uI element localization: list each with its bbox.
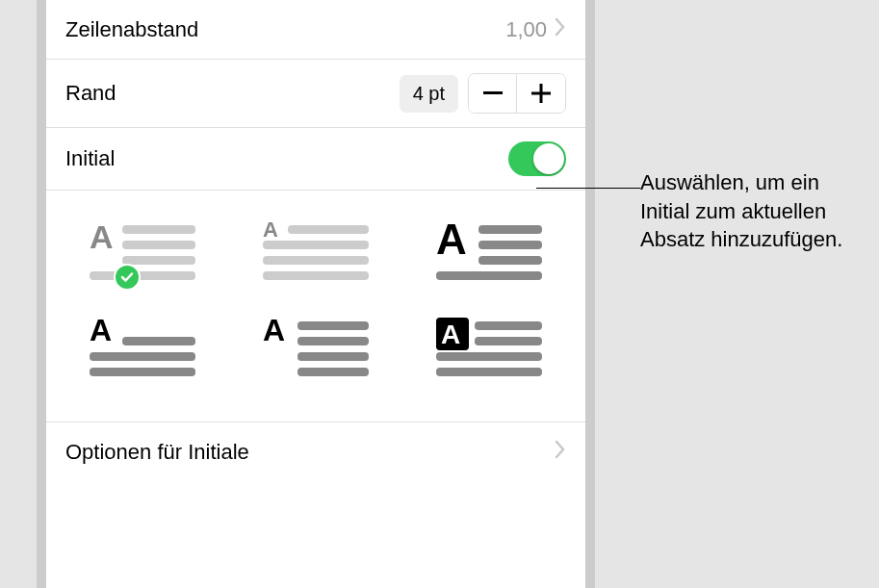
margin-increase-button[interactable]: [517, 74, 565, 113]
line-spacing-row[interactable]: Zeilenabstand 1,00: [46, 0, 585, 60]
svg-rect-26: [297, 368, 369, 376]
svg-rect-32: [436, 368, 542, 376]
dropcap-style-5[interactable]: A: [248, 316, 383, 383]
svg-rect-10: [263, 241, 369, 249]
margin-stepper: [468, 73, 566, 114]
svg-rect-5: [122, 241, 195, 249]
minus-icon: [483, 91, 503, 95]
svg-rect-25: [297, 352, 369, 361]
svg-rect-4: [122, 225, 195, 234]
line-spacing-value-group: 1,00: [505, 17, 566, 42]
callout-text: Auswählen, um ein Initial zum aktuellen …: [640, 168, 862, 254]
svg-rect-16: [478, 256, 542, 265]
margin-row: Rand 4 pt: [46, 60, 585, 128]
svg-rect-9: [288, 225, 369, 234]
dropcap-options-row[interactable]: Optionen für Initiale: [46, 422, 585, 482]
svg-rect-17: [436, 271, 542, 280]
svg-rect-12: [263, 271, 369, 280]
format-panel: Zeilenabstand 1,00 Rand 4 pt: [46, 0, 585, 588]
svg-text:A: A: [441, 320, 460, 349]
dropcap-styles-grid: A A: [46, 191, 585, 422]
dropcap-style-1[interactable]: A: [75, 219, 210, 287]
svg-rect-19: [122, 337, 195, 345]
svg-rect-29: [475, 321, 542, 330]
svg-rect-31: [436, 352, 542, 361]
svg-rect-0: [483, 91, 503, 94]
chevron-right-icon: [555, 440, 566, 465]
toggle-knob: [533, 143, 564, 174]
line-spacing-label: Zeilenabstand: [65, 17, 198, 42]
svg-rect-6: [122, 256, 195, 265]
initial-row: Initial: [46, 128, 585, 191]
check-icon: [114, 264, 141, 291]
plus-icon: [531, 84, 551, 103]
svg-rect-23: [297, 321, 369, 330]
initial-toggle[interactable]: [508, 141, 566, 176]
svg-rect-2: [540, 84, 543, 103]
svg-rect-20: [90, 352, 195, 361]
dropcap-style-6[interactable]: A: [422, 316, 556, 383]
line-spacing-value: 1,00: [505, 17, 547, 42]
svg-text:A: A: [263, 219, 278, 242]
dropcap-style-2[interactable]: A: [248, 219, 383, 287]
svg-text:A: A: [263, 316, 285, 347]
svg-rect-24: [297, 337, 369, 345]
svg-rect-7: [90, 271, 195, 280]
callout-leader-line: [536, 188, 640, 189]
panel-wrapper: Zeilenabstand 1,00 Rand 4 pt: [37, 0, 595, 588]
svg-rect-14: [478, 225, 542, 234]
chevron-right-icon: [555, 17, 566, 42]
margin-value[interactable]: 4 pt: [400, 75, 458, 113]
svg-rect-30: [475, 337, 542, 345]
svg-rect-15: [478, 241, 542, 249]
svg-text:A: A: [90, 219, 114, 255]
margin-decrease-button[interactable]: [469, 74, 517, 113]
margin-label: Rand: [65, 81, 116, 106]
svg-rect-11: [263, 256, 369, 265]
svg-text:A: A: [436, 219, 467, 263]
margin-controls: 4 pt: [400, 73, 566, 114]
dropcap-style-3[interactable]: A: [422, 219, 556, 287]
dropcap-style-4[interactable]: A: [75, 316, 210, 383]
svg-text:A: A: [90, 316, 112, 347]
initial-label: Initial: [65, 146, 115, 171]
dropcap-options-label: Optionen für Initiale: [65, 440, 249, 465]
svg-rect-21: [90, 368, 195, 376]
